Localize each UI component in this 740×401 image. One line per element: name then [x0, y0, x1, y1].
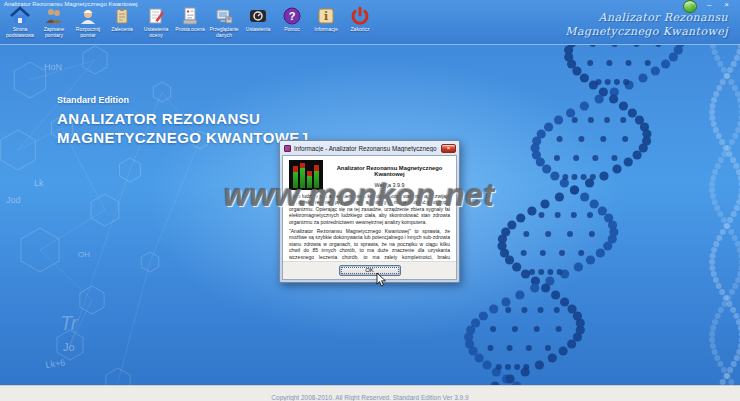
toolbar-button-prosta-ocena[interactable]: Prosta ocena — [173, 6, 207, 39]
svg-text:i: i — [324, 10, 328, 23]
brand-line1: Analizator Rezonansu — [565, 11, 728, 25]
dialog-paragraph-2: "Analizator Rezonansu Magnetycznego Kwan… — [289, 228, 450, 261]
copyright-text: Copyright 2008-2010. All Right Reserved.… — [271, 394, 468, 401]
toolbar-button-zakoncz[interactable]: Zakończ — [343, 6, 377, 39]
svg-text:?: ? — [289, 10, 296, 22]
footer-bar: Copyright 2008-2010. All Right Reserved.… — [0, 385, 740, 401]
edition-label: Standard Edition — [57, 95, 308, 105]
toolbar-button-strona-podstawowa[interactable]: Strona podstawowa — [3, 6, 37, 39]
toolbar-button-zalecenia[interactable]: Zalecenia — [105, 6, 139, 39]
toolbar-label: Pomoc — [275, 27, 309, 33]
toolbar-label: Rozpocznij pomiar — [71, 27, 105, 39]
computer-icon — [214, 6, 234, 26]
toolbar-label: Ustawienia — [241, 27, 275, 33]
toolbar-strip: Analizator Rezonansu Magnetycznego Kwant… — [0, 0, 740, 45]
toolbar: Strona podstawowa Zapisane pomiary Rozpo… — [3, 6, 377, 39]
toolbar-label: Zapisane pomiary — [37, 27, 71, 39]
settings-icon — [248, 6, 268, 26]
hero-title-block: Standard Edition ANALIZATOR REZONANSU MA… — [57, 95, 308, 147]
dialog-content: Analizator Rezonansu Magnetycznego Kwant… — [282, 155, 457, 280]
toolbar-label: Zakończ — [343, 27, 377, 33]
mouse-cursor — [376, 272, 388, 292]
power-icon — [350, 6, 370, 26]
doctor-icon — [78, 6, 98, 26]
toolbar-label: Prosta ocena — [173, 27, 207, 33]
app-window: HoN Jod Lk OH Tr Jo Lk+6 Analizator Rezo… — [0, 0, 740, 401]
toolbar-button-pomoc[interactable]: ? Pomoc — [275, 6, 309, 39]
dialog-close-button[interactable]: × — [441, 144, 456, 153]
hero-title-line2: MAGNETYCZNEGO KWANTOWEJ — [57, 128, 308, 147]
dialog-app-name: Analizator Rezonansu Magnetycznego Kwant… — [329, 165, 450, 177]
help-icon: ? — [282, 6, 302, 26]
dialog-titlebar[interactable]: Informacje - Analizator Rezonansu Magnet… — [282, 143, 457, 155]
dialog-footer: OK — [283, 261, 456, 279]
toolbar-button-informacje[interactable]: i Informacje — [309, 6, 343, 39]
home-icon — [10, 6, 30, 26]
toolbar-label: Zalecenia — [105, 27, 139, 33]
document-print-icon — [180, 6, 200, 26]
toolbar-label: Przeglądanie danych — [207, 27, 241, 39]
toolbar-button-przegladanie-danych[interactable]: Przeglądanie danych — [207, 6, 241, 39]
info-icon: i — [316, 6, 336, 26]
toolbar-button-ustawienia[interactable]: Ustawienia — [241, 6, 275, 39]
patients-icon — [44, 6, 64, 26]
document-edit-icon — [146, 6, 166, 26]
hero-title-line1: ANALIZATOR REZONANSU — [57, 109, 308, 128]
toolbar-label: Ustawienia oceny — [139, 27, 173, 39]
toolbar-label: Strona podstawowa — [3, 27, 37, 39]
toolbar-button-zapisane-pomiary[interactable]: Zapisane pomiary — [37, 6, 71, 39]
close-button[interactable]: × — [721, 0, 732, 10]
clipboard-icon — [112, 6, 132, 26]
brand-line2: Magnetycznego Kwantowej — [565, 25, 728, 39]
ok-button[interactable]: OK — [339, 265, 401, 276]
toolbar-button-rozpocznij-pomiar[interactable]: Rozpocznij pomiar — [71, 6, 105, 39]
dialog-app-icon — [284, 145, 291, 152]
toolbar-label: Informacje — [309, 27, 343, 33]
brand-logotype: Analizator Rezonansu Magnetycznego Kwant… — [565, 11, 728, 39]
watermark: www.monkon.net — [224, 177, 495, 214]
toolbar-button-ustawienia-oceny[interactable]: Ustawienia oceny — [139, 6, 173, 39]
minimize-button[interactable]: – — [704, 0, 714, 10]
dialog-title: Informacje - Analizator Rezonansu Magnet… — [294, 145, 438, 152]
